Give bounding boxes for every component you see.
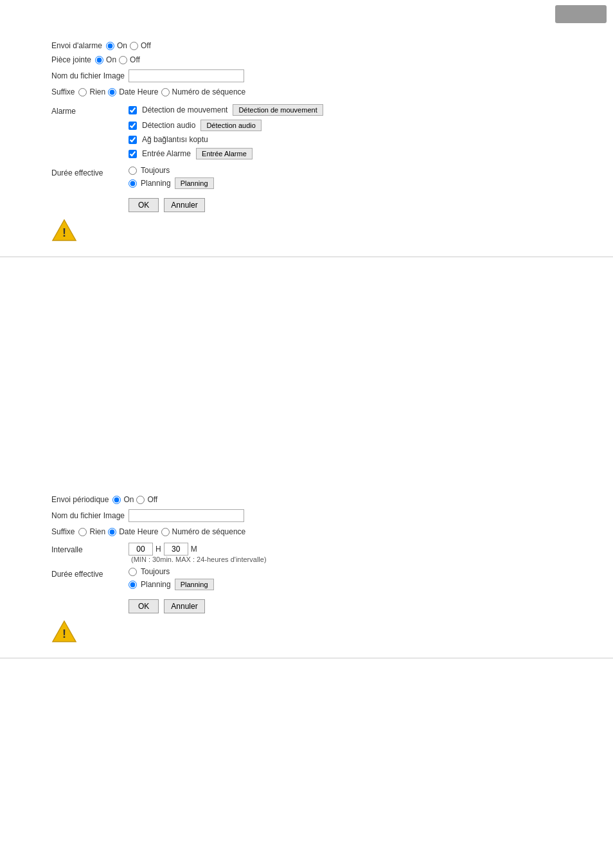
suffixe-rien-radio[interactable]	[78, 88, 87, 96]
duree2-planning-label[interactable]: Planning	[141, 580, 171, 589]
envoi-periodique-label: Envoi périodique	[51, 495, 109, 504]
warning-icon-1: !	[51, 219, 594, 244]
suffixe2-date-label[interactable]: Date Heure	[119, 527, 158, 536]
alarm-checkbox-1[interactable]	[129, 122, 137, 130]
alarm-grid: Alarme Détection de mouvement Détection …	[51, 104, 594, 159]
alarm-label-2: Ağ bağlantısı koptu	[142, 135, 208, 144]
alarm-checkbox-2[interactable]	[129, 136, 137, 144]
alarm-button-0[interactable]: Détection de mouvement	[233, 104, 323, 116]
top-bar	[0, 0, 613, 28]
svg-text:!: !	[62, 628, 66, 640]
envoi-alarme-off-label[interactable]: Off	[141, 41, 151, 50]
spacer-section	[0, 257, 613, 482]
duree-container: Durée effective Toujours Planning Planni…	[51, 166, 594, 189]
envoi-periodique-row: Envoi périodique On Off	[51, 495, 594, 504]
duree2-toujours-label[interactable]: Toujours	[141, 567, 170, 576]
duree-options-2: Toujours Planning Planning	[129, 567, 594, 590]
duree-toujours-label[interactable]: Toujours	[141, 166, 170, 175]
suffixe-row: Suffixe Rien Date Heure Numéro de séquen…	[51, 87, 594, 96]
envoi-alarme-off-radio[interactable]	[130, 42, 138, 50]
suffixe-date-radio[interactable]	[108, 88, 116, 96]
nom-fichier-row: Nom du fichier Image	[51, 69, 594, 82]
alarm-label-1: Détection audio	[142, 121, 195, 130]
alarm-item-1: Détection audio Détection audio	[129, 120, 594, 131]
alarm-item-0: Détection de mouvement Détection de mouv…	[129, 104, 594, 116]
duree-toujours-option: Toujours	[129, 166, 594, 175]
envoi-periodique-off-label[interactable]: Off	[147, 495, 157, 504]
suffixe2-rien-label[interactable]: Rien	[89, 527, 105, 536]
nom-fichier-input-2[interactable]	[129, 509, 244, 522]
alarm-button-3[interactable]: Entrée Alarme	[196, 148, 253, 159]
suffixe2-date-radio[interactable]	[108, 528, 116, 536]
alarm-items-list: Détection de mouvement Détection de mouv…	[129, 104, 594, 159]
suffixe-label-2: Suffixe	[51, 527, 75, 536]
duree-grid-2: Durée effective Toujours Planning Planni…	[51, 567, 594, 590]
ok-button-2[interactable]: OK	[129, 599, 159, 613]
suffixe-numero-radio[interactable]	[161, 88, 170, 96]
duree-planning-label[interactable]: Planning	[141, 179, 171, 188]
nom-fichier-row-2: Nom du fichier Image	[51, 509, 594, 522]
alarm-checkbox-0[interactable]	[129, 106, 137, 114]
warning-svg-1: !	[51, 219, 77, 242]
duree2-toujours-radio[interactable]	[129, 568, 137, 576]
piece-jointe-radio-group: On Off	[95, 55, 140, 64]
button-row-1: OK Annuler	[129, 198, 594, 212]
duree-label-2: Durée effective	[51, 567, 129, 579]
nom-fichier-label-2: Nom du fichier Image	[51, 511, 125, 520]
duree-planning-radio[interactable]	[129, 179, 137, 188]
intervalle-container: Intervalle H M (MIN : 30min. MAX : 24-he…	[51, 543, 594, 563]
alarm-section: Envoi d'alarme On Off Pièce jointe On Of…	[0, 28, 613, 257]
planning-button-2[interactable]: Planning	[175, 579, 214, 590]
envoi-alarme-on-label[interactable]: On	[117, 41, 127, 50]
warning-svg-2: !	[51, 620, 77, 643]
envoi-periodique-radio-group: On Off	[112, 495, 157, 504]
suffixe2-rien-radio[interactable]	[78, 528, 87, 536]
envoi-alarme-label: Envoi d'alarme	[51, 41, 102, 50]
warning-icon-2: !	[51, 620, 594, 645]
intervalle-m-input[interactable]	[164, 543, 188, 556]
duree-container-2: Durée effective Toujours Planning Planni…	[51, 567, 594, 590]
duree-options: Toujours Planning Planning	[129, 166, 594, 189]
planning-button-1[interactable]: Planning	[175, 177, 214, 189]
envoi-alarme-radio-group: On Off	[106, 41, 151, 50]
suffixe2-numero-label[interactable]: Numéro de séquence	[172, 527, 246, 536]
envoi-periodique-on-radio[interactable]	[112, 496, 121, 504]
suffixe2-numero-radio[interactable]	[161, 528, 170, 536]
duree2-planning-option: Planning Planning	[129, 579, 594, 590]
duree-toujours-radio[interactable]	[129, 167, 137, 175]
suffixe-row-2: Suffixe Rien Date Heure Numéro de séquen…	[51, 527, 594, 536]
alarm-label-0: Détection de mouvement	[142, 105, 227, 114]
piece-jointe-on-label[interactable]: On	[106, 55, 116, 64]
envoi-periodique-on-label[interactable]: On	[123, 495, 134, 504]
intervalle-grid: Intervalle H M (MIN : 30min. MAX : 24-he…	[51, 543, 594, 563]
ok-button-1[interactable]: OK	[129, 198, 159, 212]
piece-jointe-off-label[interactable]: Off	[130, 55, 140, 64]
intervalle-h-input[interactable]	[129, 543, 153, 556]
envoi-alarme-row: Envoi d'alarme On Off	[51, 41, 594, 50]
intervalle-hint: (MIN : 30min. MAX : 24-heures d'interval…	[131, 556, 594, 563]
alarm-checkbox-3[interactable]	[129, 150, 137, 158]
nom-fichier-input[interactable]	[129, 69, 244, 82]
svg-text:!: !	[62, 226, 66, 239]
suffixe-date-label[interactable]: Date Heure	[119, 87, 158, 96]
piece-jointe-label: Pièce jointe	[51, 55, 91, 64]
suffixe-numero-label[interactable]: Numéro de séquence	[172, 87, 246, 96]
suffixe-radio-group: Rien Date Heure Numéro de séquence	[78, 87, 245, 96]
suffixe-label: Suffixe	[51, 87, 75, 96]
alarme-cell-label: Alarme	[51, 104, 129, 116]
envoi-alarme-on-radio[interactable]	[106, 42, 114, 50]
alarm-button-1[interactable]: Détection audio	[200, 120, 261, 131]
piece-jointe-on-radio[interactable]	[95, 56, 103, 64]
annuler-button-1[interactable]: Annuler	[164, 198, 204, 212]
suffixe-rien-label[interactable]: Rien	[89, 87, 105, 96]
duree-planning-option: Planning Planning	[129, 177, 594, 189]
duree-label: Durée effective	[51, 166, 129, 177]
duree2-planning-radio[interactable]	[129, 581, 137, 589]
periodic-section: Envoi périodique On Off Nom du fichier I…	[0, 482, 613, 658]
top-bar-button[interactable]	[555, 5, 607, 23]
alarm-item-3: Entrée Alarme Entrée Alarme	[129, 148, 594, 159]
annuler-button-2[interactable]: Annuler	[164, 599, 204, 613]
button-row-2: OK Annuler	[129, 599, 594, 613]
piece-jointe-off-radio[interactable]	[119, 56, 127, 64]
envoi-periodique-off-radio[interactable]	[136, 496, 145, 504]
